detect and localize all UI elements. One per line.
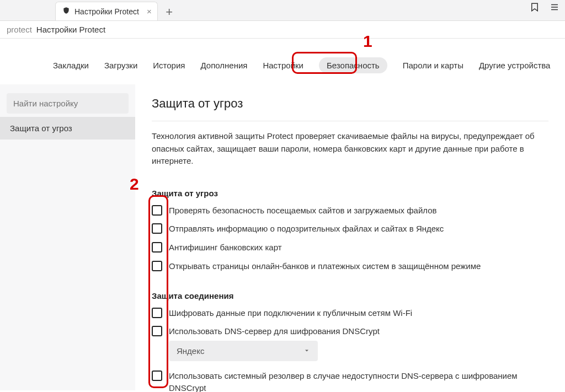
menu-icon[interactable] — [550, 2, 559, 14]
page-title: Защита от угроз — [152, 96, 548, 121]
group-connection-title: Защита соединения — [152, 291, 548, 300]
nav-downloads[interactable]: Загрузки — [104, 61, 137, 70]
option-label: Шифровать данные при подключении к публи… — [169, 307, 412, 319]
option-label: Использовать DNS-сервер для шифрования D… — [169, 325, 380, 337]
group-connection: Защита соединения Шифровать данные при п… — [152, 291, 548, 393]
settings-nav: Закладки Загрузки История Дополнения Нас… — [0, 39, 565, 84]
tab-strip: Настройки Protect × + — [0, 0, 565, 21]
annotation-1: 1 — [363, 32, 372, 51]
annotation-box-2 — [148, 195, 168, 388]
search-box — [7, 93, 129, 114]
option-label: Открывать страницы онлайн-банков и плате… — [169, 260, 481, 272]
content: Защита от угроз Технология активной защи… — [135, 84, 565, 390]
group-threats-title: Защита от угроз — [152, 189, 548, 198]
dnscrypt-selected-label: Яндекс — [177, 346, 204, 356]
addr-scheme: protect — [7, 25, 32, 34]
sidebar-item-threats[interactable]: Защита от угроз — [0, 117, 135, 139]
tab-title: Настройки Protect — [74, 7, 139, 16]
addr-title: Настройки Protect — [36, 25, 105, 34]
option-label: Антифишинг банковских карт — [169, 241, 282, 254]
main-area: Защита от угроз Защита от угроз Технолог… — [0, 84, 565, 390]
nav-devices[interactable]: Другие устройства — [479, 61, 550, 70]
dnscrypt-server-select[interactable]: Яндекс — [169, 341, 318, 361]
browser-tab[interactable]: Настройки Protect × — [55, 2, 158, 20]
nav-addons[interactable]: Дополнения — [200, 61, 247, 70]
nav-history[interactable]: История — [153, 61, 185, 70]
option-row: Антифишинг банковских карт — [152, 241, 548, 254]
option-row: Проверять безопасность посещаемых сайтов… — [152, 205, 548, 217]
address-bar[interactable]: protect Настройки Protect — [0, 21, 565, 39]
close-icon[interactable]: × — [147, 7, 152, 16]
option-row: Отправлять информацию о подозрительных ф… — [152, 223, 548, 235]
nav-passwords[interactable]: Пароли и карты — [403, 61, 463, 70]
option-row: Открывать страницы онлайн-банков и плате… — [152, 260, 548, 272]
chevron-down-icon — [303, 346, 310, 356]
nav-bookmarks[interactable]: Закладки — [53, 61, 89, 70]
bookmarks-flag-icon[interactable] — [530, 2, 540, 14]
new-tab-button[interactable]: + — [161, 4, 178, 20]
toolbar-right — [530, 2, 559, 14]
option-row: Использовать системный резолвер в случае… — [152, 370, 548, 392]
option-label: Использовать системный резолвер в случае… — [169, 370, 548, 392]
option-row: Шифровать данные при подключении к публи… — [152, 307, 548, 319]
option-row: Использовать DNS-сервер для шифрования D… — [152, 325, 548, 337]
group-threats: Защита от угроз Проверять безопасность п… — [152, 189, 548, 272]
search-input[interactable] — [7, 93, 129, 114]
page-description: Технология активной защиты Protect прове… — [152, 130, 538, 168]
annotation-2: 2 — [130, 175, 139, 194]
option-label: Проверять безопасность посещаемых сайтов… — [169, 205, 437, 217]
option-label: Отправлять информацию о подозрительных ф… — [169, 223, 444, 235]
annotation-box-1 — [292, 52, 357, 74]
shield-icon — [62, 7, 70, 16]
sidebar: Защита от угроз — [0, 84, 135, 390]
